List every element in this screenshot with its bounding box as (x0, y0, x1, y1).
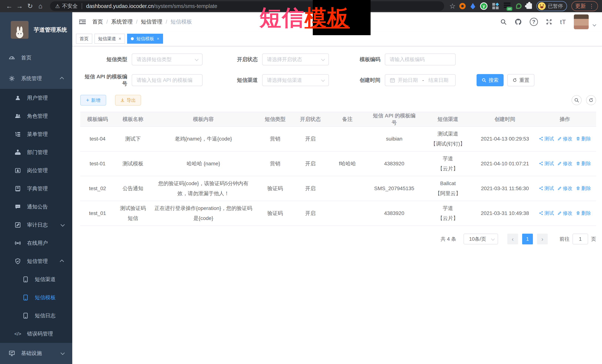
download-icon (120, 98, 125, 102)
sidebar-item-online[interactable]: 在线用户 (0, 234, 72, 252)
test-link[interactable]: 测试 (539, 134, 554, 144)
sidebar-item-infra[interactable]: 基础设施 (0, 343, 72, 364)
export-button[interactable]: 导出 (115, 95, 141, 105)
refresh-button[interactable] (586, 95, 596, 105)
sidebar-item-label: 用户管理 (27, 94, 48, 102)
sidebar-item-dicts[interactable]: 字典管理 (0, 180, 72, 198)
template-code-input[interactable] (385, 53, 456, 65)
delete-link[interactable]: 删除 (576, 158, 591, 168)
tab-label: 首页 (80, 36, 89, 42)
sidebar-item-sms[interactable]: 短信管理 (0, 252, 72, 270)
help-icon[interactable]: ? (530, 18, 538, 26)
select-placeholder: 请选择短信类型 (137, 56, 172, 63)
status-select[interactable]: 请选择开启状态 (262, 53, 329, 65)
user-menu-caret-icon[interactable] (592, 23, 596, 26)
tab-sms-channel[interactable]: 短信渠道 × (95, 34, 125, 44)
browser-menu-icon[interactable]: ⋮ (589, 3, 594, 9)
tab-sms-template[interactable]: 短信模板 × (127, 34, 163, 44)
reset-button[interactable]: 重置 (507, 74, 534, 86)
breadcrumb-separator: / (106, 19, 108, 25)
browser-home-icon[interactable]: ⌂ (35, 1, 46, 11)
divider (82, 3, 82, 9)
bookmark-star-icon[interactable]: ☆ (449, 2, 456, 10)
extension-icon-list[interactable]: on (504, 2, 511, 10)
sidebar-item-label: 字典管理 (27, 185, 48, 192)
browser-profile-button[interactable]: 已暂停 (537, 1, 567, 11)
address-bar[interactable]: ⚠ 不安全 dashboard.yudao.iocoder.cn/system/… (50, 1, 444, 11)
extension-icon-drop[interactable] (471, 3, 475, 9)
edit-link[interactable]: 修改 (557, 208, 572, 218)
collapse-sidebar-icon[interactable] (79, 19, 86, 25)
cell-channel: Ballcat【阿里云】 (420, 176, 476, 201)
phone-icon (22, 312, 30, 319)
prev-page-button[interactable]: ‹ (507, 234, 518, 244)
col-template-name: 模板名称 (115, 112, 151, 126)
api-template-id-input[interactable] (132, 74, 203, 86)
date-range-picker[interactable]: 开始日期 - 结束日期 (385, 74, 456, 86)
breadcrumb-item[interactable]: 系统管理 (111, 18, 133, 26)
sidebar-item-label: 错误码管理 (27, 330, 53, 337)
test-link[interactable]: 测试 (539, 158, 554, 168)
edit-link[interactable]: 修改 (557, 183, 572, 193)
extension-icon-green[interactable] (516, 3, 522, 9)
toggle-search-button[interactable] (572, 95, 582, 105)
page-size-select[interactable]: 10条/页 (463, 234, 498, 244)
edit-link[interactable]: 修改 (557, 134, 572, 144)
sidebar-item-sms-log[interactable]: 短信日志 (0, 307, 72, 325)
chevron-down-icon (321, 57, 325, 61)
sidebar-item-home[interactable]: 首页 (0, 47, 72, 68)
security-status[interactable]: ⚠ 不安全 (55, 3, 78, 10)
close-icon[interactable]: × (157, 36, 159, 41)
sidebar-item-system[interactable]: 系统管理 (0, 68, 72, 89)
extension-icon-y[interactable]: y (480, 2, 487, 10)
test-link[interactable]: 测试 (539, 208, 554, 218)
pagination: 共 4 条 10条/页 ‹ 1 › 前往 页 (80, 234, 596, 244)
cell-created: 2021-04-10 01:07:21 (476, 151, 534, 176)
sidebar-item-users[interactable]: 用户管理 (0, 89, 72, 107)
cell-type: 营销 (256, 151, 295, 176)
table-row: test_01 测试验证码短信 正在进行登录操作{operation}，您的验证… (80, 201, 596, 226)
goto-page-input[interactable] (572, 234, 588, 244)
next-page-button[interactable]: › (537, 234, 548, 244)
sidebar-item-menus[interactable]: 菜单管理 (0, 125, 72, 143)
warning-icon: ⚠ (55, 3, 60, 9)
sms-channel-select[interactable]: 请选择短信渠道 (262, 74, 329, 86)
add-button[interactable]: + 新增 (80, 95, 106, 105)
close-icon[interactable]: × (118, 36, 121, 41)
fullscreen-icon[interactable] (546, 19, 552, 25)
header-search-icon[interactable] (500, 19, 507, 25)
sidebar-item-errcode[interactable]: </> 错误码管理 (0, 325, 72, 343)
browser-forward-icon[interactable]: → (14, 1, 25, 11)
tab-home[interactable]: 首页 (76, 34, 92, 44)
breadcrumb-item[interactable]: 首页 (92, 18, 103, 26)
cell-remark (326, 126, 369, 151)
badge-icon (14, 167, 22, 174)
browser-update-button[interactable]: 更新 ⋮ (571, 1, 598, 11)
sidebar: 芋道管理系统 首页 系统管理 用户管理 (0, 12, 72, 364)
sidebar-item-audit[interactable]: 审计日志 (0, 216, 72, 234)
delete-link[interactable]: 删除 (576, 134, 591, 144)
sidebar-item-roles[interactable]: 角色管理 (0, 107, 72, 125)
user-avatar[interactable] (574, 14, 589, 29)
sidebar-item-sms-template[interactable]: 短信模板 (0, 289, 72, 307)
extensions-puzzle-icon[interactable] (527, 3, 532, 9)
system-submenu: 用户管理 角色管理 菜单管理 部门管理 (0, 89, 72, 343)
sidebar-item-depts[interactable]: 部门管理 (0, 143, 72, 161)
sidebar-item-sms-channel[interactable]: 短信渠道 (0, 270, 72, 289)
search-button[interactable]: 搜索 (477, 74, 504, 86)
delete-link[interactable]: 删除 (576, 183, 591, 193)
extension-icon-grid[interactable] (492, 3, 499, 9)
breadcrumb-item[interactable]: 短信管理 (141, 18, 162, 26)
font-size-icon[interactable]: tT (560, 18, 566, 26)
delete-link[interactable]: 删除 (576, 208, 591, 218)
page-number-button[interactable]: 1 (522, 234, 533, 244)
browser-reload-icon[interactable]: ↻ (25, 1, 35, 11)
sidebar-item-notices[interactable]: 通知公告 (0, 198, 72, 216)
test-link[interactable]: 测试 (539, 183, 554, 193)
extension-icon-orange[interactable] (459, 3, 466, 9)
edit-link[interactable]: 修改 (557, 158, 572, 168)
browser-back-icon[interactable]: ← (4, 1, 14, 11)
github-icon[interactable] (515, 18, 522, 26)
sms-type-select[interactable]: 请选择短信类型 (132, 53, 203, 65)
sidebar-item-posts[interactable]: 岗位管理 (0, 161, 72, 180)
